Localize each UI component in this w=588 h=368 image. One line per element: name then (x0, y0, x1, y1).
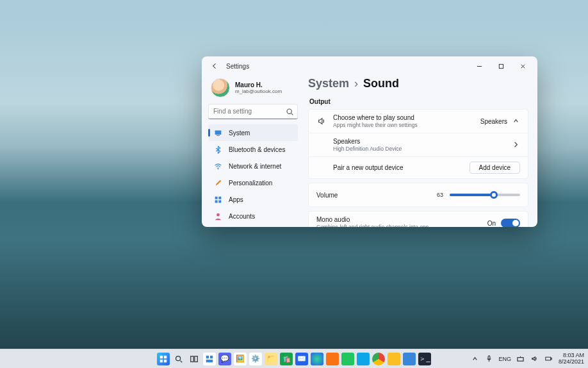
svg-rect-20 (206, 359, 213, 362)
svg-rect-21 (488, 356, 490, 360)
svg-rect-11 (160, 355, 163, 358)
tray-clock[interactable]: 8:03 AM 8/24/2021 (559, 353, 584, 365)
search-icon[interactable] (286, 107, 294, 115)
volume-slider[interactable] (450, 194, 520, 196)
breadcrumb-sep: › (354, 77, 358, 90)
tray-network-icon[interactable] (516, 355, 525, 364)
app-icon-3[interactable] (357, 353, 370, 365)
add-device-button[interactable]: Add device (470, 162, 520, 174)
tray-battery-icon[interactable] (544, 355, 553, 364)
volume-row: Volume 63 (309, 183, 528, 206)
svg-rect-6 (218, 196, 221, 199)
wifi-icon (213, 162, 222, 171)
chrome-icon[interactable] (372, 353, 385, 365)
svg-rect-17 (195, 356, 197, 362)
sidebar-item-network[interactable]: Network & internet (208, 158, 298, 174)
minimize-button[interactable] (468, 59, 490, 73)
svg-rect-23 (546, 357, 551, 360)
taskbar-search-icon[interactable] (172, 353, 185, 365)
app-icon-1[interactable] (326, 353, 339, 365)
output-choose-value: Speakers (480, 118, 507, 125)
svg-rect-2 (215, 130, 221, 135)
person-icon (213, 212, 222, 221)
mono-sub: Combine left and right audio channels in… (316, 224, 481, 227)
app-icon-5[interactable] (403, 353, 416, 365)
sidebar-item-label: Personalization (229, 180, 272, 187)
pair-label: Pair a new output device (333, 164, 463, 171)
svg-rect-12 (164, 355, 167, 358)
explorer-icon[interactable]: 📁 (265, 353, 277, 365)
svg-rect-7 (215, 200, 217, 203)
edge-icon[interactable] (311, 353, 323, 365)
search-box (208, 104, 298, 119)
titlebar: Settings (202, 56, 537, 76)
sidebar-item-bluetooth[interactable]: Bluetooth & devices (208, 141, 298, 158)
svg-point-1 (287, 109, 291, 113)
volume-value: 63 (432, 192, 443, 198)
breadcrumb-current: Sound (363, 77, 399, 90)
sidebar-item-time[interactable]: Time & language (208, 224, 298, 227)
user-name: Mauro H. (235, 81, 282, 88)
chat-icon[interactable]: 💬 (218, 353, 231, 365)
terminal-icon[interactable]: ＞_ (418, 353, 431, 365)
svg-rect-16 (191, 356, 193, 362)
sidebar: Mauro H. m_lab@outlook.com System Bl (202, 76, 304, 227)
output-choose-row[interactable]: Choose where to play sound Apps might ha… (309, 110, 528, 133)
app-icon-2[interactable] (341, 353, 354, 365)
speakers-row[interactable]: Speakers High Definition Audio Device (309, 133, 528, 156)
taskbar-right: ENG 8:03 AM 8/24/2021 (470, 353, 584, 365)
tray-language[interactable]: ENG (498, 356, 511, 362)
apps-icon (213, 195, 222, 204)
svg-rect-19 (210, 355, 213, 358)
back-button[interactable] (208, 60, 221, 72)
speakers-title: Speakers (333, 138, 506, 145)
avatar (211, 78, 230, 97)
volume-label: Volume (316, 192, 363, 199)
mono-toggle[interactable] (501, 219, 520, 227)
svg-rect-14 (164, 359, 167, 362)
svg-point-4 (217, 168, 218, 169)
window-title: Settings (226, 63, 249, 70)
output-choose-card: Choose where to play sound Apps might ha… (308, 109, 528, 179)
mono-card: Mono audio Combine left and right audio … (308, 211, 528, 227)
settings-icon[interactable]: ⚙️ (249, 353, 262, 365)
store-icon[interactable]: 🛍️ (280, 353, 293, 365)
tray-mic-icon[interactable] (484, 355, 493, 364)
chevron-up-icon (512, 117, 520, 125)
svg-rect-24 (551, 358, 551, 359)
svg-rect-3 (216, 135, 220, 135)
sidebar-item-system[interactable]: System (208, 124, 298, 141)
tray-volume-icon[interactable] (530, 355, 539, 364)
nav: System Bluetooth & devices Network & int… (208, 124, 298, 227)
section-output: Output (309, 98, 528, 105)
sidebar-item-label: Bluetooth & devices (229, 146, 285, 153)
sidebar-item-label: System (229, 130, 250, 137)
breadcrumb-parent[interactable]: System (308, 77, 349, 90)
maximize-button[interactable] (490, 59, 512, 73)
mail-icon[interactable]: ✉️ (295, 353, 308, 365)
widgets-icon[interactable] (203, 353, 216, 365)
taskbar: 💬 🖼️ ⚙️ 📁 🛍️ ✉️ ＞_ ENG 8:03 AM 8/24/2 (0, 349, 588, 368)
svg-rect-13 (160, 359, 163, 362)
volume-card: Volume 63 (308, 183, 528, 207)
mono-state: On (487, 220, 496, 227)
sidebar-item-label: Apps (229, 196, 243, 203)
search-input[interactable] (208, 104, 298, 119)
app-icon-4[interactable] (388, 353, 400, 365)
photos-icon[interactable]: 🖼️ (234, 353, 247, 365)
close-button[interactable] (512, 59, 534, 73)
taskbar-center: 💬 🖼️ ⚙️ 📁 🛍️ ✉️ ＞_ (157, 353, 431, 365)
task-view-icon[interactable] (188, 353, 200, 365)
brush-icon (213, 178, 222, 187)
tray-chevron-icon[interactable] (470, 355, 479, 364)
sidebar-item-apps[interactable]: Apps (208, 191, 298, 208)
sidebar-item-label: Network & internet (229, 163, 281, 170)
mono-row: Mono audio Combine left and right audio … (309, 212, 528, 227)
svg-point-9 (216, 213, 220, 216)
sidebar-item-personalization[interactable]: Personalization (208, 174, 298, 191)
sidebar-item-accounts[interactable]: Accounts (208, 208, 298, 224)
settings-window: Settings Mauro H. m_lab@outlook.com (202, 56, 537, 227)
start-button[interactable] (157, 353, 170, 365)
user-block[interactable]: Mauro H. m_lab@outlook.com (208, 76, 298, 104)
display-icon (213, 128, 222, 137)
